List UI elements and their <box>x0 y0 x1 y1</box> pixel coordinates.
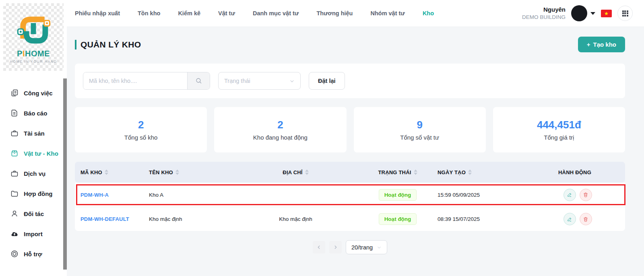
brand-tagline: HOME IN YOUR HAND <box>10 60 57 64</box>
sidebar-item-label: Tài sản <box>24 130 45 137</box>
page-header: QUẢN LÝ KHO + Tạo kho <box>75 37 625 52</box>
table-row-pdm-wh-a[interactable]: PDM-WH-A Kho A Hoạt động 15:59 05/09/202… <box>75 183 625 207</box>
warehouse-table: MÃ KHO TÊN KHO ĐỊA CHỈ TRẠNG THÁI NGÀY T… <box>75 162 625 231</box>
warehouse-code-link[interactable]: PDM-WH-A <box>75 192 143 198</box>
user-organization: DEMO BUILDING <box>522 14 566 21</box>
chevron-right-icon <box>333 245 338 250</box>
created-date: 08:39 15/07/2025 <box>432 216 524 222</box>
search-button[interactable] <box>187 72 210 89</box>
user-meta: Nguyên DEMO BUILDING <box>522 6 566 21</box>
sidebar-item-import[interactable]: Import <box>0 224 67 244</box>
status-badge: Hoạt động <box>379 213 417 225</box>
cloud-upload-icon <box>10 230 19 238</box>
table-row-pdm-wh-default[interactable]: PDM-WH-DEFAULT Kho mặc định Kho mặc định… <box>75 207 625 231</box>
trash-icon <box>583 192 588 198</box>
page-size-select[interactable]: 20/trang <box>346 240 387 254</box>
sidebar-scrollbar[interactable] <box>63 78 67 270</box>
topbar-right: Nguyên DEMO BUILDING <box>522 5 633 21</box>
sidebar-item-hop-dong[interactable]: Hợp đồng <box>0 183 67 204</box>
tab-danh-muc-vat-tu[interactable]: Danh mục vật tư <box>253 10 299 16</box>
table-body: PDM-WH-A Kho A Hoạt động 15:59 05/09/202… <box>75 183 625 231</box>
avatar[interactable] <box>571 5 587 21</box>
previous-page-button[interactable] <box>313 241 325 253</box>
main-area: Phiếu nhập xuất Tồn kho Kiểm kê Vật tư D… <box>67 0 644 276</box>
delete-button[interactable] <box>580 189 592 201</box>
sidebar-item-label: Dịch vụ <box>24 170 45 177</box>
next-page-button[interactable] <box>329 241 342 253</box>
warehouse-name: Kho mặc định <box>143 216 228 222</box>
column-header-ten-kho[interactable]: TÊN KHO <box>143 169 228 175</box>
filter-bar: Trạng thái Đặt lại <box>75 64 625 98</box>
briefcase-icon <box>10 129 19 137</box>
sort-icon[interactable] <box>175 169 179 175</box>
stat-value: 444,451đ <box>537 119 581 131</box>
sidebar-item-doi-tac[interactable]: Đối tác <box>0 204 67 224</box>
user-name: Nguyên <box>522 6 566 14</box>
create-warehouse-label: Tạo kho <box>593 41 616 48</box>
column-header-ngay-tao[interactable]: NGÀY TẠO <box>432 169 524 175</box>
sidebar-item-ho-tro[interactable]: Hỗ trợ <box>0 244 67 264</box>
sort-icon[interactable] <box>305 169 309 175</box>
column-header-ma-kho[interactable]: MÃ KHO <box>75 169 143 175</box>
tab-thuong-hieu[interactable]: Thương hiệu <box>316 10 353 16</box>
language-flag-vietnam[interactable] <box>601 10 612 17</box>
sidebar-menu: Công việc Báo cáo Tài sản Vật tư - Kho D… <box>0 76 67 264</box>
sidebar-item-label: Hỗ trợ <box>24 251 42 257</box>
trash-icon <box>583 216 588 222</box>
tab-ton-kho[interactable]: Tồn kho <box>138 10 160 16</box>
sidebar-item-bao-cao[interactable]: Báo cáo <box>0 103 67 123</box>
row-actions <box>524 189 625 201</box>
grid-icon <box>622 10 628 16</box>
column-header-hanh-dong: HÀNH ĐỘNG <box>524 169 625 175</box>
stat-card-total-materials: 9 Tổng số vật tư <box>354 107 486 152</box>
sidebar-item-tai-san[interactable]: Tài sản <box>0 123 67 143</box>
tab-phieu-nhap-xuat[interactable]: Phiếu nhập xuất <box>75 10 120 16</box>
sort-icon[interactable] <box>105 169 108 175</box>
chevron-down-icon <box>377 245 382 250</box>
star-icon <box>604 11 609 16</box>
package-icon <box>10 149 19 157</box>
chevron-down-icon[interactable] <box>590 12 595 15</box>
delete-button[interactable] <box>580 213 592 225</box>
sort-icon[interactable] <box>414 169 417 175</box>
tab-kiem-ke[interactable]: Kiểm kê <box>178 10 200 16</box>
column-header-trang-thai[interactable]: TRẠNG THÁI <box>363 169 432 175</box>
edit-button[interactable] <box>564 189 576 201</box>
edit-button[interactable] <box>564 213 576 225</box>
sort-icon[interactable] <box>468 169 472 175</box>
sidebar-item-label: Vật tư - Kho <box>24 150 58 157</box>
apps-grid-button[interactable] <box>617 6 633 21</box>
stat-value: 2 <box>277 119 283 131</box>
sidebar-item-label: Hợp đồng <box>24 190 52 197</box>
stat-card-total-warehouses: 2 Tổng số kho <box>75 107 207 152</box>
column-header-dia-chi[interactable]: ĐỊA CHỈ <box>228 169 363 175</box>
sidebar-item-label: Báo cáo <box>24 110 47 117</box>
sidebar-item-label: Đối tác <box>24 210 44 217</box>
tab-vat-tu[interactable]: Vật tư <box>218 10 235 16</box>
warehouse-address: Kho mặc định <box>228 216 363 222</box>
search-icon <box>195 77 202 84</box>
create-warehouse-button[interactable]: + Tạo kho <box>578 37 625 52</box>
report-icon <box>10 109 19 117</box>
sidebar-item-cong-viec[interactable]: Công việc <box>0 83 67 103</box>
status-filter-placeholder: Trạng thái <box>224 78 250 84</box>
pihome-logo-icon <box>15 10 52 47</box>
sidebar-item-dich-vu[interactable]: Dịch vụ <box>0 163 67 183</box>
brand-name: PIHOME <box>17 49 50 58</box>
warehouse-code-link[interactable]: PDM-WH-DEFAULT <box>75 216 143 222</box>
page-size-value: 20/trang <box>351 244 373 251</box>
reset-button[interactable]: Đặt lại <box>309 72 345 90</box>
search-input[interactable] <box>83 72 187 89</box>
module-tabs: Phiếu nhập xuất Tồn kho Kiểm kê Vật tư D… <box>75 10 434 16</box>
stat-card-active-warehouses: 2 Kho đang hoạt động <box>214 107 346 152</box>
sidebar-item-vat-tu-kho[interactable]: Vật tư - Kho <box>0 143 67 163</box>
stat-label: Tổng số kho <box>124 134 158 141</box>
warehouse-name: Kho A <box>143 192 228 198</box>
stat-card-total-value: 444,451đ Tổng giá trị <box>493 107 625 152</box>
tab-kho[interactable]: Kho <box>423 10 434 16</box>
status-filter-select[interactable]: Trạng thái <box>218 72 301 90</box>
status-badge: Hoạt động <box>379 189 417 201</box>
tab-nhom-vat-tu[interactable]: Nhóm vật tư <box>370 10 405 16</box>
row-actions <box>524 213 625 225</box>
stat-value: 9 <box>417 119 422 131</box>
